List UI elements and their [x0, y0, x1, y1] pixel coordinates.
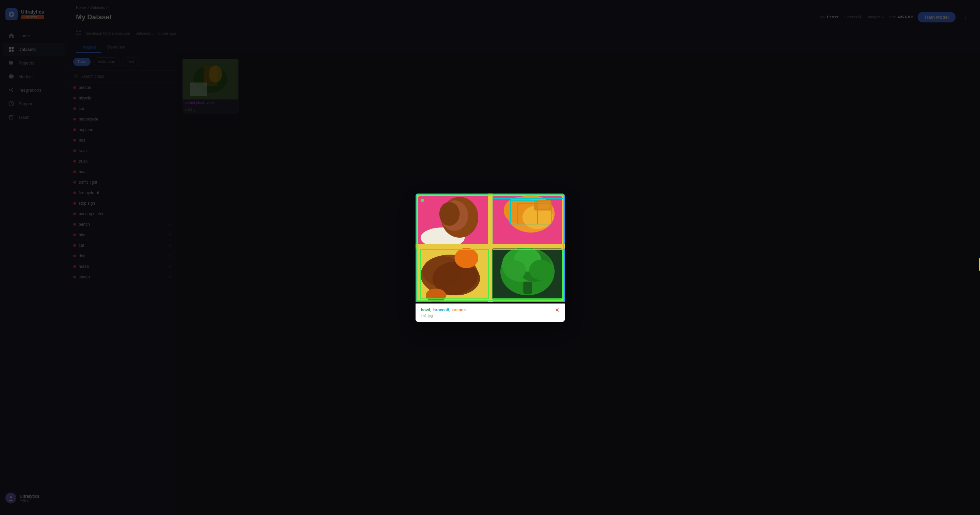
modal-close-button[interactable]: ✕	[555, 308, 559, 313]
modal-filename: im1.jpg	[421, 314, 466, 318]
modal-image-wrap	[415, 193, 565, 303]
svg-rect-63	[523, 282, 532, 293]
image-modal: bowl, broccoli, orange im1.jpg ✕	[415, 193, 565, 322]
svg-point-54	[426, 289, 446, 302]
svg-point-53	[455, 248, 478, 268]
modal-footer: bowl, broccoli, orange im1.jpg ✕	[415, 303, 565, 322]
svg-point-62	[506, 260, 526, 279]
modal-tag-broccoli: broccoli,	[433, 308, 450, 313]
food-image-svg	[415, 193, 565, 302]
svg-point-61	[529, 260, 553, 280]
modal-tag-orange: orange	[452, 308, 466, 313]
svg-rect-43	[538, 202, 549, 209]
modal-tags: bowl, broccoli, orange	[421, 308, 466, 313]
svg-point-66	[421, 199, 424, 202]
svg-point-37	[439, 202, 460, 226]
modal-overlay[interactable]: bowl, broccoli, orange im1.jpg ✕	[0, 0, 980, 515]
modal-tag-bowl: bowl,	[421, 308, 431, 313]
modal-info: bowl, broccoli, orange im1.jpg	[421, 308, 466, 318]
